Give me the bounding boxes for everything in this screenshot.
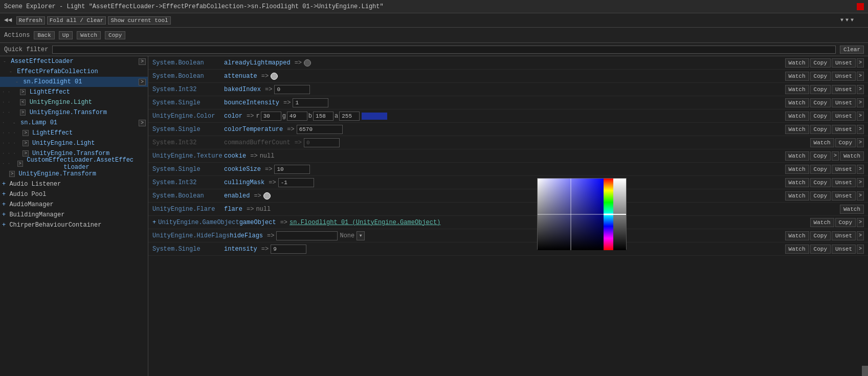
- prop-input-cullingmask[interactable]: [278, 178, 314, 187]
- scene-item-effectprefabcollection[interactable]: - EffectPrefabCollection: [0, 67, 148, 77]
- scene-item-customeffectloader[interactable]: · · > CustomEffectLoader.AssetEffec tLoa…: [0, 159, 148, 169]
- more-btn[interactable]: >: [857, 245, 864, 254]
- back-button[interactable]: Back: [34, 31, 54, 39]
- copy-btn[interactable]: Copy: [835, 138, 856, 147]
- prop-input-colortemperature[interactable]: [297, 125, 343, 134]
- copy-btn[interactable]: Copy: [810, 178, 831, 187]
- copy-btn[interactable]: Copy: [810, 58, 831, 68]
- prop-input-intensity[interactable]: [271, 245, 306, 254]
- scene-item-audiomanager[interactable]: + AudioManager: [0, 200, 148, 210]
- watch-btn[interactable]: Watch: [785, 85, 809, 94]
- scrollbar-thumb[interactable]: [862, 366, 868, 376]
- scene-item-audiopool[interactable]: + Audio Pool: [0, 189, 148, 200]
- arrow-btn[interactable]: >: [9, 171, 15, 177]
- watch-btn[interactable]: Watch: [785, 231, 809, 240]
- copy-btn[interactable]: Copy: [810, 245, 831, 254]
- color-gradient[interactable]: [538, 179, 604, 250]
- expand-icon[interactable]: >: [139, 120, 146, 126]
- prop-value-link[interactable]: sn.Floodlight 01 (UnityEngine.GameObject…: [290, 219, 440, 226]
- unset-btn[interactable]: Unset: [832, 98, 856, 107]
- filter-input[interactable]: [52, 46, 836, 54]
- unset-btn[interactable]: Unset: [832, 245, 856, 254]
- arrow-btn[interactable]: >: [23, 130, 28, 136]
- watch-btn[interactable]: Watch: [785, 178, 809, 187]
- watch-btn[interactable]: Watch: [785, 58, 809, 68]
- prop-input-bounceintensity[interactable]: [293, 98, 328, 107]
- prop-input-a[interactable]: [339, 112, 360, 121]
- more-btn[interactable]: >: [832, 151, 839, 161]
- color-spectrum-bar[interactable]: [604, 179, 614, 250]
- prop-input-commandbuffercount[interactable]: [304, 138, 340, 147]
- watch-btn[interactable]: Watch: [810, 138, 834, 147]
- arrow-btn[interactable]: <: [20, 99, 26, 105]
- more-btn[interactable]: >: [857, 85, 864, 94]
- scene-item-uetransform3[interactable]: > UnityEngine.Transform: [0, 169, 148, 179]
- watch-btn[interactable]: Watch: [785, 125, 809, 134]
- more-btn[interactable]: >: [857, 98, 864, 107]
- watch-btn[interactable]: Watch: [785, 98, 809, 107]
- arrow-btn[interactable]: >: [23, 150, 28, 157]
- watch-btn[interactable]: Watch: [785, 151, 809, 161]
- arrow-btn[interactable]: >: [20, 89, 26, 95]
- copy-btn[interactable]: Copy: [810, 125, 831, 134]
- copy-btn[interactable]: Copy: [810, 191, 831, 201]
- scene-item-chirper[interactable]: + ChirperBehaviourContainer: [0, 220, 148, 230]
- watch-btn[interactable]: Watch: [785, 245, 809, 254]
- expand-icon[interactable]: >: [139, 79, 146, 85]
- arrow-btn[interactable]: >: [17, 161, 23, 167]
- copy-btn[interactable]: Copy: [810, 72, 831, 81]
- prop-input-g[interactable]: [287, 112, 307, 121]
- more-btn[interactable]: >: [857, 218, 864, 227]
- scene-item-unityenginelight2[interactable]: · · · > UnityEngine.Light: [0, 138, 148, 148]
- back-arrows-icon[interactable]: ◄◄: [4, 16, 12, 24]
- more-btn[interactable]: >: [857, 178, 864, 187]
- watch-right-btn[interactable]: Watch: [840, 151, 864, 161]
- scene-item-audiolistener[interactable]: + Audio Listener: [0, 179, 148, 189]
- unset-btn[interactable]: Unset: [832, 165, 856, 174]
- unset-btn[interactable]: Unset: [832, 112, 856, 121]
- watch-btn[interactable]: Watch: [785, 165, 809, 174]
- up-button[interactable]: Up: [59, 31, 73, 39]
- watch-right-btn[interactable]: Watch: [840, 205, 864, 214]
- copy-btn[interactable]: Copy: [810, 165, 831, 174]
- scene-item-snlamp01[interactable]: · - sn.Lamp 01 >: [0, 118, 148, 128]
- more-btn[interactable]: >: [857, 138, 864, 147]
- more-btn[interactable]: >: [857, 165, 864, 174]
- unset-btn[interactable]: Unset: [832, 178, 856, 187]
- copy-btn[interactable]: Copy: [810, 98, 831, 107]
- scene-item-unityenginelight1[interactable]: · · < UnityEngine.Light: [0, 97, 148, 107]
- brightness-bar[interactable]: [613, 179, 626, 250]
- scene-item-uetransform1[interactable]: · · > UnityEngine.Transform: [0, 107, 148, 118]
- dropdown-btn[interactable]: ▼: [357, 231, 365, 240]
- unset-btn[interactable]: Unset: [832, 125, 856, 134]
- scene-item-buildingmanager[interactable]: + BuildingManager: [0, 210, 148, 220]
- copy-button[interactable]: Copy: [105, 31, 125, 39]
- more-btn[interactable]: >: [857, 58, 864, 68]
- scene-item-lighteffect1[interactable]: · · > LightEffect: [0, 87, 148, 97]
- watch-btn[interactable]: Watch: [810, 218, 834, 227]
- fold-all-button[interactable]: Fold all / Clear: [47, 16, 106, 25]
- copy-btn[interactable]: Copy: [810, 151, 831, 161]
- prop-input-bakedindex[interactable]: [274, 85, 310, 94]
- more-btn[interactable]: >: [857, 72, 864, 81]
- unset-btn[interactable]: Unset: [832, 231, 856, 240]
- arrow-btn[interactable]: >: [20, 109, 26, 116]
- unset-btn[interactable]: Unset: [832, 58, 856, 68]
- copy-btn[interactable]: Copy: [835, 218, 856, 227]
- refresh-button[interactable]: Refresh: [16, 16, 45, 25]
- more-btn[interactable]: >: [857, 125, 864, 134]
- watch-btn[interactable]: Watch: [785, 191, 809, 201]
- scene-item-asseteffectloader[interactable]: - AssetEffectLoader >: [0, 56, 148, 67]
- watch-btn[interactable]: Watch: [785, 72, 809, 81]
- unset-btn[interactable]: Unset: [832, 85, 856, 94]
- show-current-tool-button[interactable]: Show current tool: [108, 16, 170, 25]
- expand-icon[interactable]: >: [139, 58, 146, 65]
- scene-item-snfloodlight[interactable]: - sn.Floodlight 01 >: [0, 77, 148, 87]
- unset-btn[interactable]: Unset: [832, 72, 856, 81]
- close-button[interactable]: [857, 3, 864, 10]
- prop-input-hideflags[interactable]: [276, 231, 338, 240]
- more-btn[interactable]: >: [857, 191, 864, 201]
- more-btn[interactable]: >: [857, 112, 864, 121]
- clear-button[interactable]: Clear: [840, 46, 864, 54]
- more-btn[interactable]: >: [857, 231, 864, 240]
